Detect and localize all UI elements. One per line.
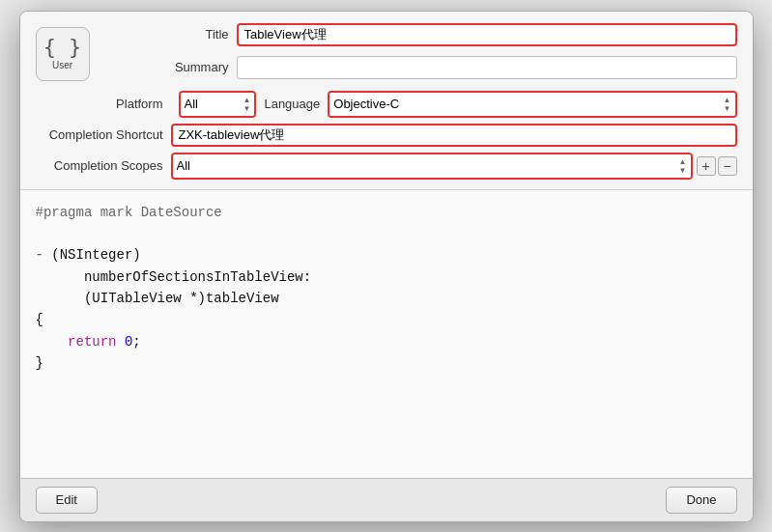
scopes-arrows-icon: ▲▼	[675, 154, 691, 178]
edit-button[interactable]: Edit	[36, 487, 98, 514]
scopes-buttons: + −	[697, 156, 737, 176]
snippet-editor-dialog: { } User Title Summary Platform	[19, 11, 754, 522]
code-line-pragma: #pragma mark DateSource	[36, 205, 222, 220]
code-editor: #pragma mark DateSource - (NSInteger) nu…	[20, 190, 753, 478]
title-row: { } User Title Summary	[36, 23, 737, 85]
shortcut-row: Completion Shortcut	[36, 124, 737, 147]
language-label: Language	[264, 97, 320, 111]
footer: Edit Done	[20, 478, 753, 521]
summary-input[interactable]	[237, 56, 737, 79]
summary-row: Summary	[101, 56, 737, 79]
title-label: Title	[101, 27, 237, 42]
platform-arrows-icon: ▲▼	[240, 93, 255, 116]
language-select-wrapper: Objective-C Swift C C++ ▲▼	[328, 91, 736, 118]
platform-language-row: Platform All macOS iOS tvOS watchOS ▲▼ L…	[36, 91, 737, 118]
title-input[interactable]	[237, 23, 737, 46]
scopes-row: Completion Scopes All Top Level Class Im…	[36, 153, 737, 180]
title-row-inner: Title	[101, 23, 737, 46]
platform-select[interactable]: All macOS iOS tvOS watchOS	[181, 93, 240, 116]
add-scope-button[interactable]: +	[697, 156, 716, 176]
remove-scope-button[interactable]: −	[718, 156, 737, 176]
icon-user-label: User	[52, 60, 72, 70]
language-select[interactable]: Objective-C Swift C C++	[329, 93, 719, 116]
platform-label: Platform	[36, 97, 171, 111]
done-button[interactable]: Done	[666, 487, 736, 514]
scopes-select[interactable]: All Top Level Class Implementation Funct…	[173, 154, 675, 178]
platform-select-wrapper: All macOS iOS tvOS watchOS ▲▼	[179, 91, 257, 118]
summary-label: Summary	[101, 60, 237, 74]
code-line-method: - (NSInteger) numberOfSectionsInTableVie…	[36, 247, 312, 306]
shortcut-input[interactable]	[171, 124, 737, 147]
language-arrows-icon: ▲▼	[720, 93, 735, 116]
snippet-icon: { } User	[36, 27, 90, 81]
scopes-select-wrapper: All Top Level Class Implementation Funct…	[171, 153, 693, 180]
braces-icon: { }	[43, 37, 82, 58]
scopes-label: Completion Scopes	[36, 158, 171, 173]
form-area: { } User Title Summary Platform	[20, 12, 753, 190]
shortcut-label: Completion Shortcut	[36, 127, 171, 142]
